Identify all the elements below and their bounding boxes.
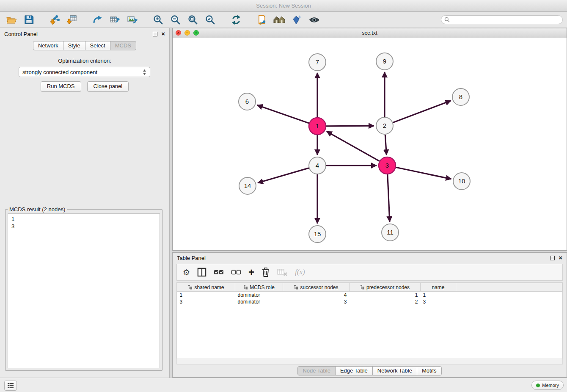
table-cell[interactable]: 1	[350, 292, 421, 299]
graph-node-11[interactable]: 11	[382, 224, 399, 241]
deselect-all-columns-button[interactable]	[231, 268, 241, 276]
select-all-columns-button[interactable]	[214, 268, 224, 276]
open-file-button[interactable]	[4, 14, 19, 26]
select-all-icon	[214, 268, 224, 276]
column-header-shared-name[interactable]: shared name	[177, 283, 235, 292]
zoom-fit-button[interactable]	[186, 14, 200, 26]
graph-node-1[interactable]: 1	[309, 118, 326, 135]
column-type-icon	[294, 285, 298, 290]
refresh-layout-button[interactable]	[229, 14, 243, 26]
add-column-button[interactable]: +	[248, 268, 254, 277]
export-image-icon	[127, 14, 138, 25]
tab-motifs[interactable]: Motifs	[417, 366, 442, 375]
float-table-panel-icon[interactable]	[550, 256, 555, 260]
zoom-in-button[interactable]	[151, 14, 165, 26]
export-network-icon	[92, 14, 103, 25]
show-hide-button[interactable]	[307, 14, 321, 26]
zoom-out-button[interactable]	[168, 14, 183, 26]
import-table-icon	[66, 14, 77, 25]
apply-style-button[interactable]	[289, 14, 304, 26]
search-input[interactable]	[451, 17, 559, 23]
window-title: Session: New Session	[256, 3, 311, 9]
minimize-window-icon[interactable]: −	[184, 30, 190, 36]
graph-edge-1-6[interactable]	[257, 105, 309, 123]
delete-table-button[interactable]	[277, 268, 288, 276]
svg-text:4: 4	[316, 162, 319, 169]
table-row[interactable]: 1dominator411	[177, 292, 562, 299]
column-type-icon	[243, 285, 248, 290]
tab-edge-table[interactable]: Edge Table	[335, 366, 373, 375]
graph-node-4[interactable]: 4	[309, 157, 326, 174]
column-header-name[interactable]: name	[421, 283, 456, 292]
table-tab-bar: Node TableEdge TableNetwork TableMotifs	[173, 366, 567, 375]
table-cell[interactable]: dominator	[235, 292, 283, 299]
save-session-button[interactable]	[22, 14, 36, 26]
run-mcds-button[interactable]: Run MCDS	[41, 81, 81, 92]
graph-edge-2-8[interactable]	[393, 101, 451, 123]
tab-network[interactable]: Network	[33, 41, 63, 50]
table-cell[interactable]: 3	[283, 298, 350, 305]
graph-node-15[interactable]: 15	[309, 226, 326, 243]
export-table-button[interactable]	[108, 14, 122, 26]
table-cell[interactable]: 3	[421, 298, 456, 305]
panel-list-button[interactable]	[4, 381, 17, 391]
table-horizontal-scrollbar[interactable]	[176, 359, 563, 364]
column-header-successor-nodes[interactable]: successor nodes	[283, 283, 350, 292]
graph-edge-3-10[interactable]	[396, 167, 451, 179]
network-file-button[interactable]	[255, 14, 269, 26]
control-panel-tab-bar: NetworkStyleSelectMCDS	[0, 41, 169, 50]
import-table-button[interactable]	[65, 14, 79, 26]
save-icon	[24, 14, 34, 25]
tab-style[interactable]: Style	[63, 41, 85, 50]
delete-column-button[interactable]	[261, 268, 270, 277]
tab-select[interactable]: Select	[85, 41, 110, 50]
graph-node-2[interactable]: 2	[376, 117, 393, 134]
graph-node-9[interactable]: 9	[376, 53, 393, 70]
graph-node-14[interactable]: 14	[239, 177, 256, 194]
graph-edge-3-1[interactable]	[327, 131, 380, 161]
search-box[interactable]	[441, 15, 563, 24]
first-neighbors-button[interactable]	[272, 14, 286, 26]
zoom-in-icon	[153, 14, 164, 25]
table-cell[interactable]: 1	[421, 292, 456, 299]
table-cell[interactable]: dominator	[235, 298, 283, 305]
column-type-icon	[360, 285, 365, 290]
export-image-button[interactable]	[125, 14, 140, 26]
column-header-mcds-role[interactable]: MCDS role	[235, 283, 283, 292]
graph-node-7[interactable]: 7	[309, 54, 326, 71]
table-cell[interactable]: 4	[283, 292, 350, 299]
column-header-predecessor-nodes[interactable]: predecessor nodes	[350, 283, 421, 292]
zoom-selected-button[interactable]	[203, 14, 217, 26]
graph-node-8[interactable]: 8	[452, 88, 469, 105]
network-view[interactable]: 7968124314101511	[173, 38, 567, 250]
import-network-button[interactable]	[47, 14, 62, 26]
tab-mcds[interactable]: MCDS	[110, 41, 136, 50]
tab-node-table[interactable]: Node Table	[297, 366, 336, 375]
graph-node-3[interactable]: 3	[379, 157, 396, 174]
close-panel-button[interactable]: Close panel	[87, 81, 129, 92]
graph-edge-1-2[interactable]	[326, 126, 374, 126]
graph-edge-4-14[interactable]	[258, 168, 309, 183]
graph-node-10[interactable]: 10	[453, 173, 470, 190]
float-panel-icon[interactable]	[153, 32, 157, 36]
table-row[interactable]: 3dominator323	[177, 298, 562, 305]
table-cell[interactable]: 1	[177, 292, 235, 299]
function-builder-button[interactable]: f(x)	[295, 268, 305, 276]
graph-node-6[interactable]: 6	[239, 93, 256, 110]
export-network-button[interactable]	[91, 14, 105, 26]
show-columns-button[interactable]	[197, 268, 206, 277]
table-cell[interactable]: 3	[177, 298, 235, 305]
tab-network-table[interactable]: Network Table	[372, 366, 417, 375]
network-graph[interactable]: 7968124314101511	[173, 38, 567, 250]
network-window-titlebar[interactable]: × − + scc.txt	[173, 28, 567, 38]
graph-edge-2-3[interactable]	[385, 135, 386, 155]
zoom-window-icon[interactable]: +	[193, 30, 199, 36]
close-window-icon[interactable]: ×	[176, 30, 181, 36]
table-cell[interactable]: 2	[350, 298, 421, 305]
optimization-criterion-select[interactable]: strongly connected component	[19, 67, 150, 77]
memory-button[interactable]: Memory	[531, 381, 564, 390]
close-panel-icon[interactable]: ×	[161, 31, 165, 37]
close-table-panel-icon[interactable]: ×	[559, 255, 562, 261]
table-settings-button[interactable]: ⚙	[183, 268, 190, 276]
graph-edge-3-11[interactable]	[388, 174, 390, 222]
